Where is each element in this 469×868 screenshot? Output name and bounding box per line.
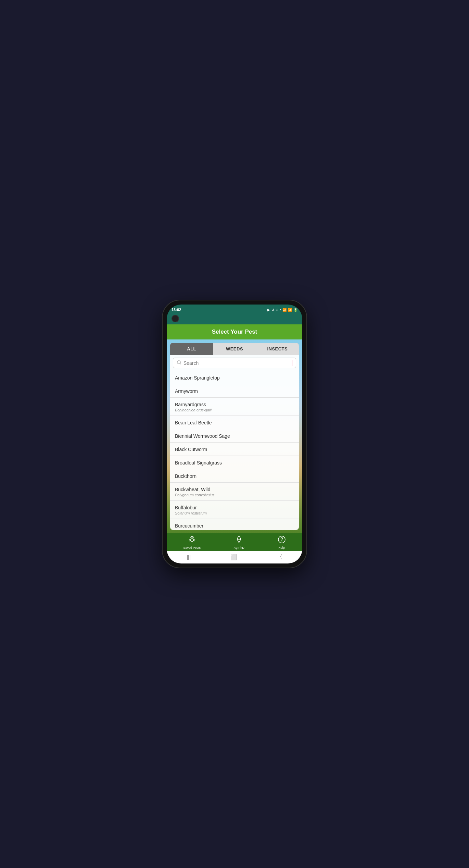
nav-saved-pests-label: Saved Pests — [183, 546, 201, 549]
phone-frame: 13:02 ▶ ↺ ⊙ • 📶 📶 🔋 Select Your Pest — [163, 300, 306, 568]
list-item[interactable]: Amazon Sprangletop — [170, 371, 299, 384]
pest-name: Bean Leaf Beetle — [175, 420, 294, 425]
list-item[interactable]: Broadleaf Signalgrass — [170, 456, 299, 469]
camera-bar — [167, 314, 302, 324]
pest-list[interactable]: Amazon SprangletopArmywormBarnyardgrassE… — [170, 371, 299, 530]
svg-point-6 — [281, 541, 282, 541]
svg-line-1 — [180, 363, 181, 364]
search-bar[interactable] — [173, 358, 296, 368]
svg-point-2 — [191, 538, 193, 542]
saved-pests-icon — [188, 535, 196, 545]
list-item[interactable]: BarnyardgrassEchinochloa crus-galli — [170, 398, 299, 416]
nav-ag-phd[interactable]: Ag PhD — [234, 535, 244, 549]
list-item[interactable]: Armyworm — [170, 384, 299, 398]
status-icons: ▶ ↺ ⊙ • 📶 📶 🔋 — [267, 308, 297, 312]
bottom-nav: Saved Pests Ag PhD — [167, 533, 302, 551]
tab-bar: ALL WEEDS INSECTS — [170, 343, 299, 355]
android-recent-btn[interactable]: ||| — [187, 554, 191, 560]
nav-ag-phd-label: Ag PhD — [234, 546, 244, 549]
main-content: ALL WEEDS INSECTS — [167, 339, 302, 533]
battery-icon: 🔋 — [293, 308, 297, 312]
pest-name: Buffalobur — [175, 505, 294, 510]
pest-name: Burcucumber — [175, 523, 294, 529]
status-time: 13:02 — [172, 308, 181, 312]
signal-icon: 📶 — [288, 308, 292, 312]
pest-latin-name: Polygonum convolvulus — [175, 493, 294, 497]
pest-name: Black Cutworm — [175, 447, 294, 452]
text-cursor — [292, 360, 292, 366]
svg-point-3 — [191, 536, 192, 537]
android-back-btn[interactable]: 〈 — [277, 554, 282, 561]
pest-name: Broadleaf Signalgrass — [175, 460, 294, 466]
tab-weeds[interactable]: WEEDS — [213, 343, 256, 355]
search-input[interactable] — [183, 360, 291, 366]
list-item[interactable]: BuffaloburSolanum rostratum — [170, 501, 299, 519]
android-home-btn[interactable]: ⬜ — [230, 554, 237, 560]
list-panel: ALL WEEDS INSECTS — [170, 343, 299, 530]
pest-name: Amazon Sprangletop — [175, 375, 294, 381]
list-item[interactable]: Black Cutworm — [170, 443, 299, 456]
nav-help[interactable]: Help — [278, 535, 286, 549]
list-item[interactable]: Burcucumber — [170, 519, 299, 530]
play-icon: ▶ — [267, 308, 270, 312]
nav-saved-pests[interactable]: Saved Pests — [183, 535, 201, 549]
clock-icon: ⊙ — [276, 308, 278, 312]
pest-latin-name: Echinochloa crus-galli — [175, 408, 294, 412]
pest-name: Biennial Wormwood Sage — [175, 433, 294, 439]
camera-lens — [172, 315, 179, 322]
help-icon — [278, 535, 286, 545]
dot-icon: • — [280, 308, 281, 312]
svg-point-4 — [192, 536, 193, 537]
search-icon — [177, 360, 181, 366]
list-item[interactable]: Biennial Wormwood Sage — [170, 429, 299, 443]
list-item[interactable]: Buckwheat, WildPolygonum convolvulus — [170, 483, 299, 501]
android-nav-bar: ||| ⬜ 〈 — [167, 551, 302, 563]
wifi-icon: 📶 — [282, 308, 287, 312]
pest-name: Buckwheat, Wild — [175, 487, 294, 492]
status-bar: 13:02 ▶ ↺ ⊙ • 📶 📶 🔋 — [167, 305, 302, 314]
pest-latin-name: Solanum rostratum — [175, 511, 294, 515]
tab-insects[interactable]: INSECTS — [256, 343, 299, 355]
page-title: Select Your Pest — [212, 328, 257, 335]
app-header: Select Your Pest — [167, 324, 302, 339]
list-item[interactable]: Bean Leaf Beetle — [170, 416, 299, 429]
pest-name: Armyworm — [175, 388, 294, 394]
refresh-icon: ↺ — [271, 308, 274, 312]
ag-phd-icon — [235, 535, 243, 545]
phone-screen: 13:02 ▶ ↺ ⊙ • 📶 📶 🔋 Select Your Pest — [167, 305, 302, 563]
nav-help-label: Help — [278, 546, 285, 549]
pest-name: Barnyardgrass — [175, 402, 294, 407]
list-item[interactable]: Buckthorn — [170, 469, 299, 483]
tab-all[interactable]: ALL — [170, 343, 213, 355]
pest-name: Buckthorn — [175, 473, 294, 479]
